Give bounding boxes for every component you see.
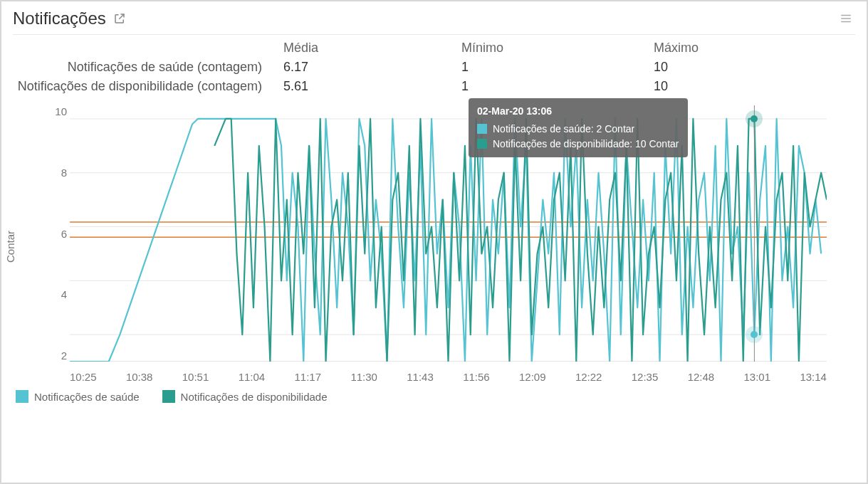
y-ticks: 108642 <box>41 105 67 362</box>
panel-header: Notificações <box>13 1 855 35</box>
x-tick: 12:48 <box>688 371 715 383</box>
row1-label: Notificações de saúde (contagem) <box>13 60 283 75</box>
legend-item-1[interactable]: Notificações de saúde <box>16 390 140 403</box>
x-tick: 11:17 <box>295 371 322 383</box>
x-tick: 12:22 <box>575 371 602 383</box>
x-tick: 10:51 <box>182 371 209 383</box>
y-tick: 6 <box>61 228 67 240</box>
x-tick: 11:04 <box>239 371 266 383</box>
popout-icon[interactable] <box>113 12 126 25</box>
y-tick: 2 <box>61 349 67 362</box>
col-media: Média <box>283 41 461 56</box>
y-axis-label: Contar <box>4 231 16 263</box>
x-tick: 12:35 <box>632 371 659 383</box>
legend-label-1: Notificações de saúde <box>34 391 140 403</box>
notifications-panel: Notificações Média Mínimo Máximo Notific… <box>0 0 868 484</box>
x-tick: 10:25 <box>70 371 97 383</box>
chart-area[interactable]: Contar 108642 02-Mar-20 13:06 Notificaçõ… <box>13 98 855 383</box>
x-tick: 13:01 <box>744 371 771 383</box>
x-tick: 11:43 <box>407 371 434 383</box>
row2-media: 5.61 <box>283 79 461 94</box>
legend-label-2: Notificações de disponibilidade <box>181 391 328 403</box>
menu-icon[interactable] <box>837 9 855 28</box>
col-minimo: Mínimo <box>461 41 654 56</box>
x-tick: 12:09 <box>519 371 546 383</box>
row2-label: Notificações de disponibilidade (contage… <box>13 79 283 94</box>
y-tick: 4 <box>61 288 67 300</box>
plot[interactable]: 02-Mar-20 13:06 Notificações de saúde: 2… <box>70 105 827 362</box>
row2-minimo: 1 <box>461 79 654 94</box>
summary-table: Média Mínimo Máximo Notificações de saúd… <box>13 41 855 94</box>
x-tick: 13:14 <box>800 371 827 383</box>
legend-swatch-2 <box>162 390 175 403</box>
panel-title: Notificações <box>13 9 106 28</box>
legend: Notificações de saúde Notificações de di… <box>13 383 855 404</box>
row2-maximo: 10 <box>654 79 846 94</box>
x-tick: 11:30 <box>350 371 377 383</box>
x-ticks: 10:2510:3810:5111:0411:1711:3011:4311:56… <box>70 371 827 383</box>
row1-maximo: 10 <box>654 60 846 75</box>
y-tick: 8 <box>61 167 67 179</box>
row1-media: 6.17 <box>283 60 461 75</box>
legend-swatch-1 <box>16 390 28 403</box>
hover-marker-series2 <box>751 115 758 122</box>
col-maximo: Máximo <box>654 41 846 56</box>
legend-item-2[interactable]: Notificações de disponibilidade <box>162 390 328 403</box>
row1-minimo: 1 <box>461 60 654 75</box>
x-tick: 11:56 <box>463 371 490 383</box>
x-tick: 10:38 <box>126 371 153 383</box>
hover-marker-series1 <box>751 331 758 338</box>
y-tick: 10 <box>55 105 67 117</box>
